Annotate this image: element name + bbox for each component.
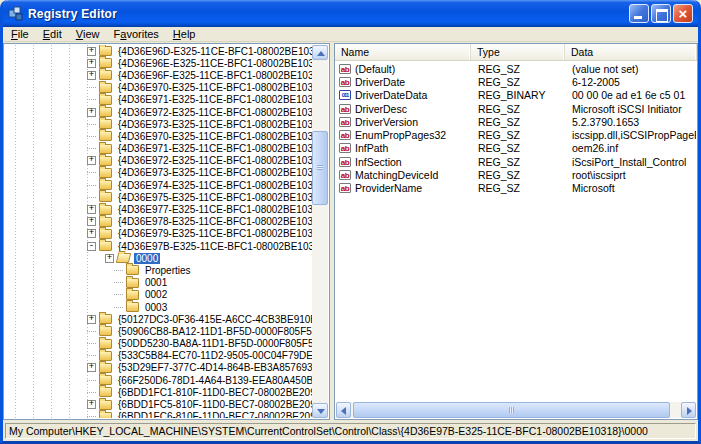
expand-toggle-icon[interactable]: + bbox=[87, 156, 96, 165]
value-name[interactable]: EnumPropPages32 bbox=[355, 129, 446, 141]
tree-item[interactable]: {4D36E970-E325-11CE-BFC1-08002BE10318} bbox=[116, 82, 312, 93]
menu-view[interactable]: View bbox=[69, 27, 107, 41]
value-row[interactable]: abMatchingDeviceIdREG_SZroot\iscsiprt bbox=[336, 168, 696, 181]
tree-item[interactable]: {50906CB8-BA12-11D1-BF5D-0000F805F530} bbox=[116, 326, 312, 337]
value-row[interactable]: abDriverDateREG_SZ6-12-2005 bbox=[336, 75, 696, 88]
value-row[interactable]: abInfSectionREG_SZiScsiPort_Install_Cont… bbox=[336, 155, 696, 168]
tree-item-selected[interactable]: 0000 bbox=[134, 253, 160, 264]
tree-item[interactable]: {6BDD1FC5-810F-11D0-BEC7-08002BE2092F} bbox=[116, 399, 312, 410]
window-title: Registry Editor bbox=[28, 7, 117, 21]
scroll-thumb[interactable] bbox=[312, 131, 328, 205]
tree-item[interactable]: {4D36E972-E325-11CE-BFC1-08002BE10318} bbox=[116, 107, 312, 118]
menu-help[interactable]: Help bbox=[166, 27, 203, 41]
folder-icon bbox=[99, 326, 112, 336]
tree-item[interactable]: {50127DC3-0F36-415E-A6CC-4CB3BE910B65} bbox=[116, 314, 312, 325]
tree-item[interactable]: {53D29EF7-377C-4D14-864B-EB3A85769359} bbox=[116, 362, 312, 373]
expand-toggle-icon[interactable]: + bbox=[87, 363, 96, 372]
value-row[interactable]: 011DriverDateDataREG_BINARY00 00 0e ad e… bbox=[336, 89, 696, 102]
value-name[interactable]: ProviderName bbox=[355, 182, 422, 194]
value-name[interactable]: MatchingDeviceId bbox=[355, 169, 438, 181]
tree-item[interactable]: 0002 bbox=[143, 289, 169, 300]
tree-item[interactable]: {4D36E97B-E325-11CE-BFC1-08002BE10318} bbox=[116, 241, 312, 252]
collapse-toggle-icon[interactable]: - bbox=[87, 242, 96, 251]
column-header-data[interactable]: Data bbox=[565, 44, 697, 60]
expand-toggle-icon[interactable]: + bbox=[87, 400, 96, 409]
tree-item[interactable]: {4D36E973-E325-11CE-BFC1-08002BE10318} bbox=[116, 167, 312, 178]
tree-item[interactable]: {50DD5230-BA8A-11D1-BF5D-0000F805F530} bbox=[116, 338, 312, 349]
title-bar[interactable]: Registry Editor bbox=[3, 0, 698, 27]
tree-item[interactable]: Properties bbox=[143, 265, 193, 276]
close-button[interactable] bbox=[673, 4, 693, 23]
string-icon: ab bbox=[339, 157, 351, 167]
expand-toggle-icon[interactable]: + bbox=[87, 229, 96, 238]
scroll-up-button[interactable] bbox=[312, 45, 328, 60]
expand-toggle-icon[interactable]: + bbox=[87, 205, 96, 214]
menu-edit[interactable]: Edit bbox=[36, 27, 69, 41]
value-name[interactable]: InfPath bbox=[355, 142, 388, 154]
tree-item[interactable]: {4D36E96D-E325-11CE-BFC1-08002BE10318} bbox=[116, 46, 312, 57]
value-name[interactable]: InfSection bbox=[355, 156, 402, 168]
expand-toggle-icon[interactable]: + bbox=[87, 71, 96, 80]
tree-item[interactable]: {4D36E970-E325-11CE-BFC1-08002BE10318} bbox=[116, 131, 312, 142]
maximize-button[interactable] bbox=[651, 4, 671, 23]
expand-toggle-icon[interactable]: + bbox=[87, 315, 96, 324]
scroll-right-button[interactable] bbox=[681, 402, 696, 418]
value-name[interactable]: DriverDesc bbox=[355, 103, 407, 115]
tree-connector bbox=[87, 355, 96, 356]
tree-item[interactable]: {6BDD1FC6-810F-11D0-BEC7-08002BE2092F} bbox=[116, 411, 312, 418]
scroll-down-button[interactable] bbox=[312, 403, 328, 418]
tree-connector bbox=[87, 185, 96, 186]
values-horizontal-scrollbar[interactable] bbox=[336, 402, 696, 418]
tree-item[interactable]: {4D36E971-E325-11CE-BFC1-08002BE10318} bbox=[116, 94, 312, 105]
tree-item[interactable]: {4D36E977-E325-11CE-BFC1-08002BE10318} bbox=[116, 204, 312, 215]
menu-file[interactable]: File bbox=[4, 27, 36, 41]
expand-toggle-icon[interactable]: + bbox=[87, 59, 96, 68]
value-row[interactable]: abEnumPropPages32REG_SZiscsipp.dll,iSCSI… bbox=[336, 128, 696, 141]
value-row[interactable]: abDriverDescREG_SZMicrosoft iSCSI Initia… bbox=[336, 102, 696, 115]
minimize-button[interactable] bbox=[629, 4, 649, 23]
value-row[interactable]: ab(Default)REG_SZ(value not set) bbox=[336, 62, 696, 75]
column-header-type[interactable]: Type bbox=[471, 44, 565, 60]
tree-item[interactable]: {6BDD1FC1-810F-11D0-BEC7-08002BE2092F} bbox=[116, 387, 312, 398]
tree-item[interactable]: {66F250D6-78D1-4A64-B139-EEA80A450B24} bbox=[116, 375, 312, 386]
expand-toggle-icon[interactable]: + bbox=[105, 254, 114, 263]
main-content: +{4D36E96D-E325-11CE-BFC1-08002BE10318}+… bbox=[3, 43, 698, 420]
value-data: Microsoft bbox=[566, 182, 696, 194]
value-data: 00 00 0e ad e1 6e c5 01 bbox=[566, 89, 696, 101]
value-row[interactable]: abInfPathREG_SZoem26.inf bbox=[336, 142, 696, 155]
expand-toggle-icon[interactable]: + bbox=[87, 108, 96, 117]
tree-item[interactable]: {4D36E972-E325-11CE-BFC1-08002BE10318} bbox=[116, 155, 312, 166]
value-name[interactable]: (Default) bbox=[355, 63, 395, 75]
scroll-thumb[interactable] bbox=[353, 402, 670, 418]
tree-row: +{4D36E96D-E325-11CE-BFC1-08002BE10318} bbox=[5, 45, 312, 57]
tree-item[interactable]: {4D36E975-E325-11CE-BFC1-08002BE10318} bbox=[116, 192, 312, 203]
expand-toggle-icon[interactable]: + bbox=[87, 217, 96, 226]
tree-item[interactable]: {533C5B84-EC70-11D2-9505-00C04F79DEAF} bbox=[116, 350, 312, 361]
tree-item[interactable]: {4D36E971-E325-11CE-BFC1-08002BE10318} bbox=[116, 143, 312, 154]
value-row[interactable]: abProviderNameREG_SZMicrosoft bbox=[336, 182, 696, 195]
value-type: REG_SZ bbox=[472, 169, 566, 181]
value-name[interactable]: DriverDate bbox=[355, 76, 405, 88]
menu-favorites[interactable]: Favorites bbox=[107, 27, 166, 41]
folder-icon bbox=[99, 70, 112, 80]
expand-toggle-icon[interactable]: + bbox=[87, 47, 96, 56]
tree-connector bbox=[87, 380, 96, 381]
column-header-name[interactable]: Name bbox=[335, 44, 471, 60]
binary-icon: 011 bbox=[339, 90, 351, 100]
value-name[interactable]: DriverDateData bbox=[355, 89, 427, 101]
value-row[interactable]: abDriverVersionREG_SZ5.2.3790.1653 bbox=[336, 115, 696, 128]
folder-icon bbox=[99, 339, 112, 349]
tree-vertical-scrollbar[interactable] bbox=[312, 45, 328, 418]
folder-icon bbox=[99, 241, 112, 251]
folder-icon bbox=[99, 58, 112, 68]
tree-item[interactable]: {4D36E96E-E325-11CE-BFC1-08002BE10318} bbox=[116, 58, 312, 69]
tree-item[interactable]: {4D36E973-E325-11CE-BFC1-08002BE10318} bbox=[116, 119, 312, 130]
tree-item[interactable]: {4D36E979-E325-11CE-BFC1-08002BE10318} bbox=[116, 228, 312, 239]
tree-item[interactable]: 0003 bbox=[143, 302, 169, 313]
tree-item[interactable]: {4D36E974-E325-11CE-BFC1-08002BE10318} bbox=[116, 180, 312, 191]
tree-item[interactable]: {4D36E978-E325-11CE-BFC1-08002BE10318} bbox=[116, 216, 312, 227]
scroll-left-button[interactable] bbox=[336, 402, 351, 418]
value-name[interactable]: DriverVersion bbox=[355, 116, 418, 128]
tree-item[interactable]: 0001 bbox=[143, 277, 169, 288]
tree-item[interactable]: {4D36E96F-E325-11CE-BFC1-08002BE10318} bbox=[116, 70, 312, 81]
